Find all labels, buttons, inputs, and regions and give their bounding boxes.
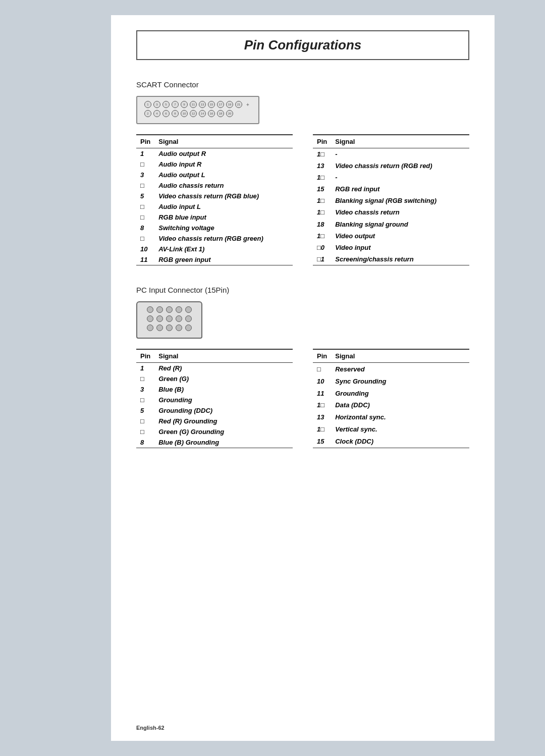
pin-signal: Blue (B) <box>154 384 293 395</box>
pin-number: □ <box>136 373 154 384</box>
pin-signal: Data (DDC) <box>331 399 469 411</box>
table-row: □Audio input R <box>136 159 293 170</box>
pc-right-table: Pin Signal □Reserved10Sync Grounding11Gr… <box>313 349 469 448</box>
pc-row-1 <box>145 306 193 313</box>
scart-tables: Pin Signal 1Audio output R□Audio input R… <box>136 134 469 265</box>
table-row: 1Audio output R <box>136 148 293 159</box>
pin-number: 1□ <box>313 206 331 218</box>
table-row: 1□- <box>313 148 469 160</box>
pc-pin <box>166 315 173 322</box>
table-row: □Reserved <box>313 363 469 375</box>
table-row: 1□Video chassis return <box>313 206 469 218</box>
table-row: □0Video input <box>313 242 469 253</box>
scart-pin: 21 <box>235 101 242 108</box>
scart-pin: 13 <box>199 101 206 108</box>
pin-signal: - <box>331 148 469 160</box>
pin-number: 1□ <box>313 230 331 242</box>
pin-signal: RGB red input <box>331 183 469 195</box>
table-row: 13Video chassis return (RGB red) <box>313 160 469 172</box>
scart-pin: 9 <box>181 101 188 108</box>
scart-pin: 10 <box>181 110 188 117</box>
pin-number: □ <box>136 426 154 437</box>
table-row: 11RGB green input <box>136 254 293 265</box>
scart-title: SCART Connector <box>136 80 469 89</box>
pin-number: 10 <box>136 244 154 254</box>
scart-pin: 19 <box>226 101 233 108</box>
pin-signal: RGB blue input <box>154 212 293 223</box>
pc-pin <box>166 306 173 313</box>
table-row: 1Red (R) <box>136 363 293 374</box>
pin-number: □ <box>136 416 154 426</box>
pin-number: 11 <box>313 387 331 399</box>
pin-signal: Video chassis return (RGB blue) <box>154 191 293 201</box>
pin-signal: RGB green input <box>154 254 293 265</box>
pin-number: 1□ <box>313 172 331 183</box>
pc-row-3 <box>145 325 193 331</box>
scart-pin: 1 <box>144 101 151 108</box>
table-row: □Audio input L <box>136 201 293 212</box>
pin-signal: Red (R) <box>154 363 293 374</box>
scart-left-col-pin: Pin <box>136 135 154 148</box>
table-row: 1□Data (DDC) <box>313 399 469 411</box>
scart-diagram: 1 3 5 7 9 11 13 15 17 19 21 + 2 4 6 <box>136 96 259 124</box>
pc-pin <box>147 315 153 322</box>
table-row: 1□Video output <box>313 230 469 242</box>
pin-signal: Audio output L <box>154 170 293 180</box>
table-row: 15RGB red input <box>313 183 469 195</box>
table-row: □Green (G) Grounding <box>136 426 293 437</box>
pc-pin <box>185 325 192 331</box>
scart-pin: 8 <box>172 110 179 117</box>
pc-left-col-signal: Signal <box>154 349 293 363</box>
scart-right-table: Pin Signal 1□-13Video chassis return (RG… <box>313 134 469 265</box>
pc-pin <box>147 306 153 313</box>
table-row: 10Sync Grounding <box>313 375 469 387</box>
pin-number: 15 <box>313 436 331 448</box>
pc-diagram <box>136 301 202 339</box>
pc-pin <box>156 306 163 313</box>
scart-pin: 18 <box>217 110 224 117</box>
table-row: □RGB blue input <box>136 212 293 223</box>
scart-pin: 11 <box>190 101 197 108</box>
scart-left-table: Pin Signal 1Audio output R□Audio input R… <box>136 134 293 265</box>
pin-signal: Sync Grounding <box>331 375 469 387</box>
pin-signal: Blanking signal ground <box>331 219 469 230</box>
pin-number: 3 <box>136 384 154 395</box>
table-row: 8Blue (B) Grounding <box>136 437 293 448</box>
pc-pin <box>156 315 163 322</box>
pin-signal: - <box>331 172 469 183</box>
table-row: □Grounding <box>136 395 293 405</box>
table-row: □Green (G) <box>136 373 293 384</box>
pin-number: □ <box>136 395 154 405</box>
table-row: □Red (R) Grounding <box>136 416 293 426</box>
pc-pin <box>156 325 163 331</box>
scart-pin: 6 <box>162 110 170 117</box>
pc-tables: Pin Signal 1Red (R)□Green (G)3Blue (B)□G… <box>136 349 469 448</box>
table-row: 13Horizontal sync. <box>313 411 469 423</box>
table-row: 18Blanking signal ground <box>313 219 469 230</box>
pin-number: 1□ <box>313 399 331 411</box>
pc-left-table: Pin Signal 1Red (R)□Green (G)3Blue (B)□G… <box>136 349 293 448</box>
pin-signal: AV-Link (Ext 1) <box>154 244 293 254</box>
table-row: □ Video chassis return (RGB green) <box>136 233 293 244</box>
pin-signal: Blue (B) Grounding <box>154 437 293 448</box>
pin-number: 5 <box>136 405 154 416</box>
pin-number: 1□ <box>313 148 331 160</box>
page-wrapper: Pin Configurations SCART Connector 1 3 5… <box>0 0 545 756</box>
pc-title: PC Input Connector (15Pin) <box>136 286 469 294</box>
pin-number: 1 <box>136 148 154 159</box>
scart-right-col-pin: Pin <box>313 135 331 148</box>
pin-number: 11 <box>136 254 154 265</box>
table-row: 15Clock (DDC) <box>313 436 469 448</box>
pin-number: 18 <box>313 219 331 230</box>
table-row: 1□- <box>313 172 469 183</box>
scart-pin: 17 <box>217 101 224 108</box>
table-row: □1Screening/chassis return <box>313 253 469 265</box>
table-row: 10AV-Link (Ext 1) <box>136 244 293 254</box>
scart-pin: 3 <box>153 101 160 108</box>
pc-row-2 <box>145 315 193 322</box>
pc-right-col-pin: Pin <box>313 349 331 363</box>
pin-number: 1 <box>136 363 154 374</box>
scart-left-col-signal: Signal <box>154 135 293 148</box>
pin-signal: Audio input R <box>154 159 293 170</box>
scart-section: SCART Connector 1 3 5 7 9 11 13 15 17 19… <box>136 80 469 265</box>
